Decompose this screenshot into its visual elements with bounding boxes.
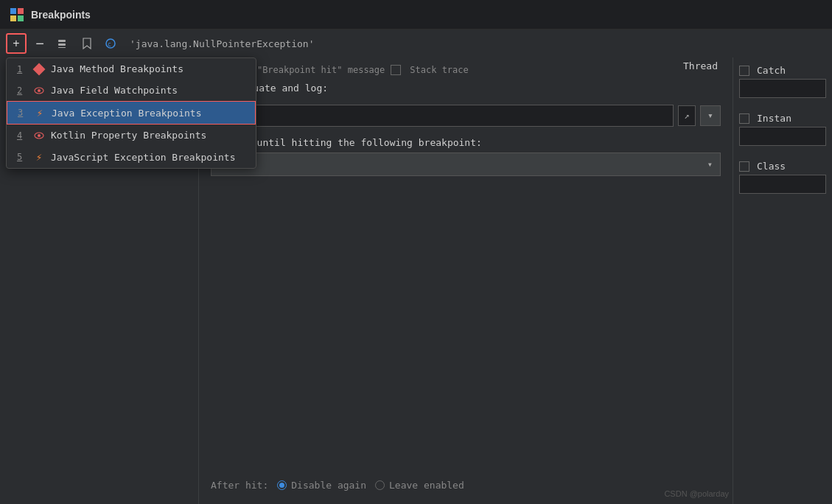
- svg-point-12: [38, 134, 41, 137]
- after-hit-label: After hit:: [211, 480, 268, 491]
- catch-row: Catch: [739, 65, 826, 76]
- disable-again-radio[interactable]: [277, 480, 287, 490]
- filter-text: 'java.lang.NullPointerException': [130, 38, 314, 49]
- catch-label: Catch: [757, 65, 786, 76]
- evaluate-input-row: ↗ ▾: [199, 105, 733, 127]
- remove-button[interactable]: −: [29, 33, 50, 54]
- instance-row: Instan: [739, 113, 826, 124]
- leave-enabled-radio[interactable]: [375, 480, 385, 490]
- evaluate-log-row: Evaluate and log:: [199, 83, 733, 94]
- svg-rect-4: [58, 40, 66, 42]
- diamond-icon: [33, 65, 45, 74]
- eye-icon-4: [33, 132, 45, 139]
- right-sidebar: Catch Instan Class: [733, 57, 832, 504]
- expand-input-button[interactable]: ↗: [678, 105, 696, 126]
- class-checkbox[interactable]: [739, 161, 749, 172]
- svg-rect-0: [10, 8, 16, 14]
- menu-item-num-3: 3: [18, 108, 27, 118]
- window-header: Breakpoints: [0, 0, 832, 29]
- menu-item-java-exception[interactable]: 3 ⚡ Java Exception Breakpoints: [7, 101, 256, 125]
- log-row: Log: "Breakpoint hit" message Stack trac…: [199, 60, 733, 80]
- menu-item-num-2: 2: [17, 85, 26, 96]
- svg-rect-1: [18, 8, 24, 14]
- svg-rect-5: [58, 43, 66, 46]
- menu-item-label-1: Java Method Breakpoints: [51, 63, 183, 74]
- svg-text:c: c: [108, 41, 111, 48]
- svg-rect-6: [58, 47, 66, 48]
- add-button[interactable]: +: [6, 33, 27, 54]
- class-item: Class: [739, 161, 826, 194]
- evaluate-text-input[interactable]: [211, 105, 674, 127]
- menu-item-label-5: JavaScript Exception Breakpoints: [51, 152, 235, 163]
- menu-item-num-4: 4: [17, 130, 26, 141]
- catch-input[interactable]: [739, 79, 826, 98]
- add-breakpoint-dropdown: 1 Java Method Breakpoints 2 Java Field W…: [6, 57, 256, 169]
- right-panel: Log: "Breakpoint hit" message Stack trac…: [199, 57, 832, 504]
- disable-again-label: Disable again: [291, 480, 366, 491]
- class-input[interactable]: [739, 175, 826, 194]
- menu-item-label-4: Kotlin Property Breakpoints: [51, 130, 206, 141]
- toolbar: + − c 'java.lang.NullPointerException': [0, 29, 832, 57]
- bolt-icon-5: ⚡: [33, 151, 45, 163]
- menu-item-label-3: Java Exception Breakpoints: [52, 108, 202, 119]
- instance-item: Instan: [739, 113, 826, 146]
- group-button[interactable]: [53, 33, 74, 54]
- breakpoint-hit-label: "Breakpoint hit" message: [257, 65, 385, 75]
- instance-label: Instan: [757, 113, 791, 124]
- stack-trace-label: Stack trace: [410, 65, 468, 75]
- bolt-icon-3: ⚡: [34, 107, 46, 119]
- breakpoints-icon: [9, 7, 25, 23]
- menu-item-num-5: 5: [17, 152, 26, 162]
- dropdown-chevron-icon: ▾: [707, 159, 713, 169]
- watermark: CSDN @polarday: [664, 489, 729, 498]
- class-row: Class: [739, 161, 826, 172]
- dropdown-arrow-button[interactable]: ▾: [700, 105, 721, 126]
- window-title: Breakpoints: [31, 9, 91, 21]
- menu-item-label-2: Java Field Watchpoints: [51, 85, 178, 96]
- menu-item-js-exception[interactable]: 5 ⚡ JavaScript Exception Breakpoints: [7, 146, 256, 168]
- class-filter-button[interactable]: c: [100, 33, 121, 54]
- instance-checkbox[interactable]: [739, 113, 749, 124]
- svg-rect-3: [18, 15, 24, 21]
- eye-icon-2: [33, 87, 45, 94]
- svg-point-10: [38, 89, 41, 92]
- catch-item: Catch: [739, 65, 826, 98]
- disable-title: Disable until hitting the following brea…: [211, 137, 721, 148]
- none-dropdown[interactable]: <None> ▾: [211, 153, 721, 176]
- stack-trace-checkbox[interactable]: [391, 65, 401, 75]
- svg-rect-2: [10, 15, 16, 21]
- menu-item-num-1: 1: [17, 64, 26, 74]
- leave-enabled-radio-group[interactable]: Leave enabled: [375, 480, 464, 491]
- disable-section: Disable until hitting the following brea…: [199, 137, 733, 176]
- leave-enabled-label: Leave enabled: [389, 480, 464, 491]
- class-label: Class: [757, 161, 786, 172]
- disable-again-radio-group[interactable]: Disable again: [277, 480, 366, 491]
- menu-item-java-method[interactable]: 1 Java Method Breakpoints: [7, 58, 256, 80]
- instance-input[interactable]: [739, 127, 826, 146]
- bookmark-button[interactable]: [77, 33, 97, 54]
- menu-item-java-field[interactable]: 2 Java Field Watchpoints: [7, 80, 256, 101]
- catch-checkbox[interactable]: [739, 66, 749, 76]
- after-hit-row: After hit: Disable again Leave enabled: [199, 474, 733, 497]
- thread-label: Thread: [683, 60, 718, 71]
- menu-item-kotlin[interactable]: 4 Kotlin Property Breakpoints: [7, 125, 256, 146]
